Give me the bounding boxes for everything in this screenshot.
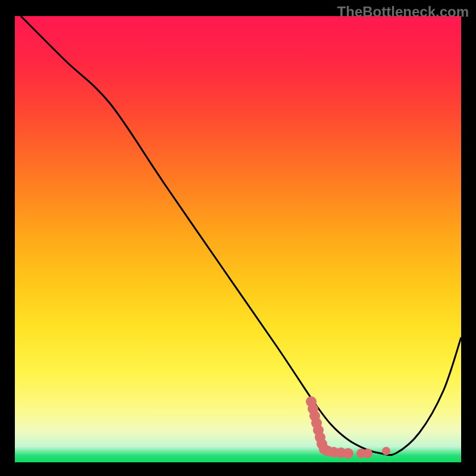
- highlight-dot: [363, 449, 372, 458]
- chart-container: [15, 16, 461, 462]
- highlight-dot: [343, 448, 353, 459]
- gradient-background: [15, 16, 461, 462]
- watermark-text: TheBottleneck.com: [337, 4, 469, 20]
- highlight-dot: [382, 447, 390, 455]
- bottleneck-chart: [15, 16, 461, 462]
